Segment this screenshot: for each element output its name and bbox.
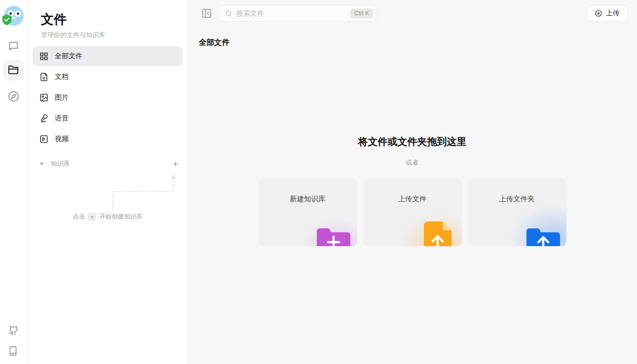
- sidebar-item-label: 图片: [55, 93, 69, 102]
- sidebar-item-images[interactable]: 图片: [33, 88, 183, 108]
- upload-button-label: 上传: [606, 9, 620, 18]
- sidebar-item-videos[interactable]: 视频: [33, 129, 183, 149]
- upload-button[interactable]: 上传: [587, 5, 628, 22]
- action-cards: 新建知识库 上传文件 上传文件夹: [187, 179, 637, 246]
- sidebar-subtitle: 管理你的文件与知识库: [41, 31, 105, 39]
- search-bar[interactable]: Ctrl K: [219, 5, 376, 22]
- chat-icon[interactable]: [8, 41, 19, 51]
- upload-folder-card[interactable]: 上传文件夹: [468, 179, 566, 246]
- drop-zone: 将文件或文件夹拖到这里 或者 新建知识库 上传文件: [187, 135, 637, 246]
- files-nav-button[interactable]: [3, 60, 24, 80]
- collapse-sidebar-icon[interactable]: [201, 8, 212, 19]
- card-label: 上传文件: [363, 194, 462, 204]
- image-icon: [39, 93, 48, 102]
- folder-icon: [8, 65, 19, 75]
- file-text-icon: [39, 73, 48, 81]
- folder-upload-icon: [526, 226, 560, 246]
- hint-suffix: 开始创建知识库: [99, 213, 143, 221]
- icon-rail: [0, 0, 29, 364]
- drop-zone-title: 将文件或文件夹拖到这里: [187, 135, 637, 148]
- knowledge-base-label: 知识库: [51, 159, 70, 168]
- card-label: 新建知识库: [259, 194, 357, 204]
- app-avatar[interactable]: [4, 6, 24, 26]
- search-shortcut-badge: Ctrl K: [350, 8, 373, 18]
- sidebar-item-label: 全部文件: [55, 52, 82, 61]
- hint-prefix: 点击: [73, 213, 85, 221]
- sidebar-item-label: 视频: [55, 135, 69, 144]
- page-title: 全部文件: [199, 37, 229, 48]
- sidebar: 文件 管理你的文件与知识库 全部文件 文档 图片 语音 视频 ▼ 知识库 +: [29, 0, 187, 364]
- sidebar-menu: 全部文件 文档 图片 语音 视频: [33, 46, 183, 150]
- sidebar-item-documents[interactable]: 文档: [33, 67, 183, 87]
- avatar-beak: [12, 17, 16, 19]
- upload-file-card[interactable]: 上传文件: [363, 179, 462, 246]
- add-knowledge-base-button[interactable]: +: [173, 159, 178, 169]
- verified-shield-icon: [1, 14, 12, 26]
- folder-plus-icon: [317, 226, 350, 246]
- main-area: Ctrl K 上传 全部文件 将文件或文件夹拖到这里 或者 新建知识库 上传文件: [187, 0, 637, 364]
- or-label: 或者: [187, 158, 637, 167]
- mic-icon: [39, 114, 48, 123]
- sidebar-title: 文件: [41, 11, 67, 28]
- new-knowledge-base-card[interactable]: 新建知识库: [259, 179, 357, 246]
- chevron-down-icon[interactable]: ▼: [39, 161, 44, 166]
- sidebar-item-audio[interactable]: 语音: [33, 109, 183, 128]
- video-icon: [39, 135, 48, 144]
- grid-icon: [39, 52, 48, 61]
- sidebar-item-label: 语音: [55, 114, 69, 123]
- plus-circle-icon: [595, 9, 602, 17]
- sidebar-item-label: 文档: [55, 73, 69, 81]
- docs-book-icon[interactable]: [8, 346, 18, 356]
- search-input[interactable]: [236, 9, 350, 17]
- plus-kbd-icon: +: [88, 213, 96, 221]
- create-kb-hint: 点击 + 开始创建知识库: [29, 213, 187, 221]
- sidebar-item-all-files[interactable]: 全部文件: [33, 46, 183, 66]
- knowledge-base-section-header: ▼ 知识库 +: [33, 158, 183, 170]
- github-icon[interactable]: [8, 326, 19, 336]
- card-label: 上传文件夹: [468, 194, 566, 204]
- search-icon: [225, 10, 232, 17]
- create-kb-arrow: [29, 173, 187, 212]
- file-upload-icon: [424, 221, 451, 246]
- avatar-eye: [15, 10, 21, 17]
- compass-icon[interactable]: [8, 91, 19, 102]
